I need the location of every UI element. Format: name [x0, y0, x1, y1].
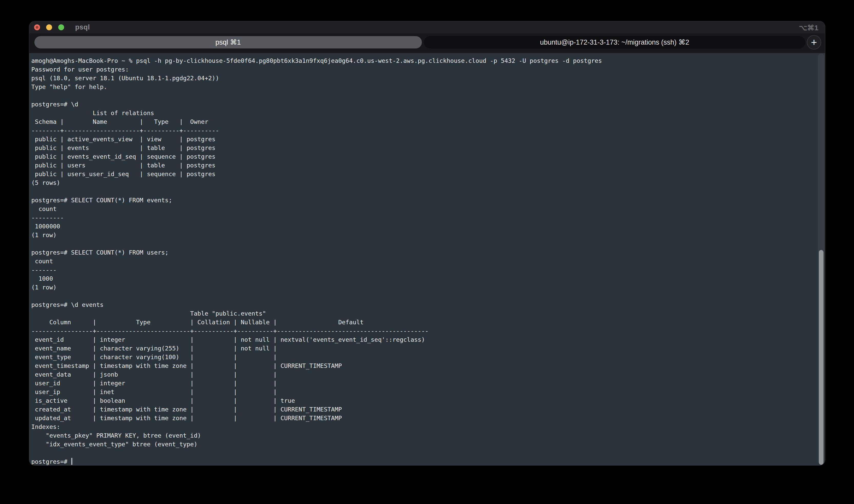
terminal-line: count — [31, 204, 825, 213]
terminal-line — [31, 91, 825, 100]
terminal-window: psql ⌥⌘1 psql ⌘1 ubuntu@ip-172-31-3-173:… — [29, 21, 825, 465]
terminal-line: 1000 — [31, 274, 825, 283]
terminal-line: public | users_user_id_seq | sequence | … — [31, 170, 825, 178]
terminal-line: Type "help" for help. — [31, 83, 825, 91]
terminal-line: "idx_events_event_type" btree (event_typ… — [31, 440, 825, 449]
terminal-line: Indexes: — [31, 422, 825, 431]
terminal-cursor — [71, 458, 72, 465]
terminal-line: (1 row) — [31, 231, 825, 239]
terminal-line — [31, 449, 825, 457]
terminal-line: postgres=# \d events — [31, 301, 825, 309]
tab-ssh-migrations-label: ubuntu@ip-172-31-3-173: ~/migrations (ss… — [540, 38, 689, 47]
terminal-output: amogh@Amoghs-MacBook-Pro ~ % psql -h pg-… — [31, 56, 825, 457]
terminal-line: amogh@Amoghs-MacBook-Pro ~ % psql -h pg-… — [31, 56, 825, 65]
minimize-button[interactable] — [46, 24, 52, 30]
terminal-line: postgres=# \d — [31, 100, 825, 109]
traffic-lights — [34, 24, 64, 30]
terminal-line: postgres=# SELECT COUNT(*) FROM users; — [31, 248, 825, 257]
terminal-line: ------- — [31, 266, 825, 274]
terminal-line: Schema | Name | Type | Owner — [31, 118, 825, 126]
plus-icon: + — [811, 36, 817, 49]
close-button[interactable] — [34, 24, 40, 30]
terminal-line: public | users | table | postgres — [31, 161, 825, 170]
terminal-line: created_at | timestamp with time zone | … — [31, 405, 825, 414]
terminal-line: public | events | table | postgres — [31, 144, 825, 152]
terminal-line: Column | Type | Collation | Nullable | D… — [31, 318, 825, 327]
tab-ssh-migrations[interactable]: ubuntu@ip-172-31-3-173: ~/migrations (ss… — [424, 36, 805, 49]
terminal-line: --------+---------------------+---------… — [31, 126, 825, 135]
scrollbar-thumb[interactable] — [819, 250, 823, 465]
terminal-line: event_data | jsonb | | | — [31, 370, 825, 379]
tab-psql[interactable]: psql ⌘1 — [34, 36, 422, 49]
terminal-prompt-line: postgres=# — [31, 457, 825, 465]
terminal[interactable]: amogh@Amoghs-MacBook-Pro ~ % psql -h pg-… — [29, 53, 825, 465]
terminal-line: user_ip | inet | | | — [31, 388, 825, 396]
terminal-prompt: postgres=# — [31, 458, 71, 465]
tab-psql-label: psql ⌘1 — [215, 38, 241, 47]
terminal-line: event_name | character varying(255) | | … — [31, 344, 825, 353]
terminal-line: -----------------+----------------------… — [31, 327, 825, 335]
terminal-line: --------- — [31, 213, 825, 222]
terminal-line: (5 rows) — [31, 178, 825, 187]
terminal-line: psql (18.0, server 18.1 (Ubuntu 18.1-1.p… — [31, 74, 825, 83]
zoom-button[interactable] — [58, 24, 64, 30]
window-shortcut-hint: ⌥⌘1 — [799, 23, 818, 32]
terminal-line: event_timestamp | timestamp with time zo… — [31, 361, 825, 370]
terminal-line: event_type | character varying(100) | | … — [31, 353, 825, 361]
terminal-line: "events_pkey" PRIMARY KEY, btree (event_… — [31, 431, 825, 440]
title-bar: psql ⌥⌘1 — [29, 21, 825, 33]
terminal-line: updated_at | timestamp with time zone | … — [31, 414, 825, 422]
terminal-line: (1 row) — [31, 283, 825, 292]
terminal-line: Table "public.events" — [31, 309, 825, 318]
terminal-line — [31, 187, 825, 196]
terminal-line: public | events_event_id_seq | sequence … — [31, 152, 825, 161]
terminal-line: 1000000 — [31, 222, 825, 231]
terminal-line: public | active_events_view | view | pos… — [31, 135, 825, 144]
terminal-line — [31, 292, 825, 301]
tab-bar: psql ⌘1 ubuntu@ip-172-31-3-173: ~/migrat… — [29, 33, 825, 53]
terminal-line: user_id | integer | | | — [31, 379, 825, 388]
window-title: psql — [75, 23, 90, 31]
terminal-line — [31, 239, 825, 248]
new-tab-button[interactable]: + — [807, 35, 821, 50]
terminal-line: event_id | integer | | not null | nextva… — [31, 335, 825, 344]
terminal-line: is_active | boolean | | | true — [31, 396, 825, 405]
terminal-line: Password for user postgres: — [31, 65, 825, 74]
terminal-line: List of relations — [31, 109, 825, 118]
terminal-line: postgres=# SELECT COUNT(*) FROM events; — [31, 196, 825, 204]
terminal-line: count — [31, 257, 825, 266]
